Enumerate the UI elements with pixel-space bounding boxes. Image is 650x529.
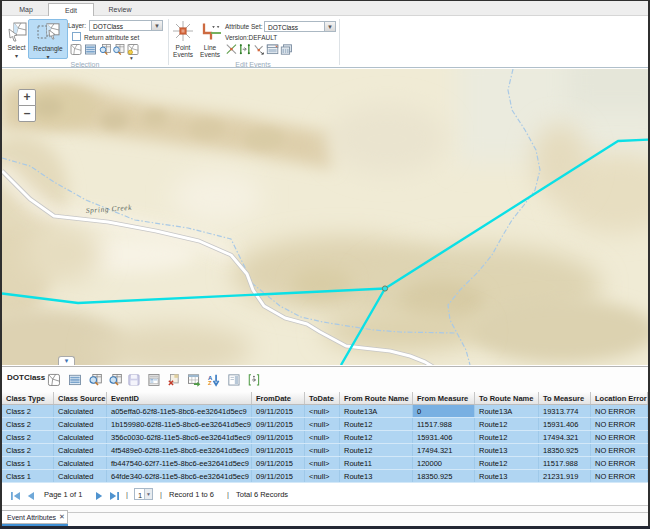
svg-text:A: A xyxy=(208,375,213,381)
svg-text:Z: Z xyxy=(208,380,212,386)
